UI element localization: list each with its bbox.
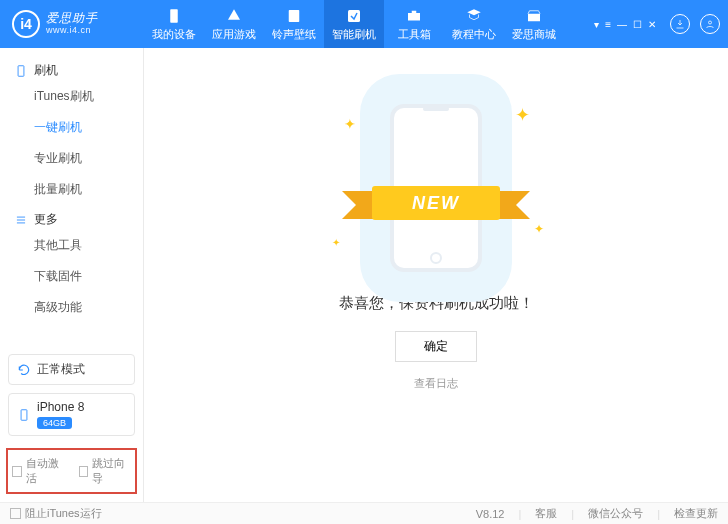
- sidebar-item-batch[interactable]: 批量刷机: [0, 174, 143, 205]
- view-log-link[interactable]: 查看日志: [414, 376, 458, 391]
- svg-rect-4: [412, 10, 417, 12]
- nav-label: 智能刷机: [332, 27, 376, 42]
- ok-button[interactable]: 确定: [395, 331, 477, 362]
- checkbox-label: 自动激活: [26, 456, 65, 486]
- download-button[interactable]: [670, 14, 690, 34]
- group-title: 更多: [34, 211, 58, 228]
- phone-icon: [14, 64, 28, 78]
- menu-icon[interactable]: ≡: [605, 19, 611, 30]
- result-title: 恭喜您，保资料刷机成功啦！: [339, 294, 534, 313]
- star-icon: ✦: [515, 104, 530, 126]
- top-nav: 我的设备 应用游戏 铃声壁纸 智能刷机 工具箱 教程中心 爱思商城: [144, 0, 564, 48]
- nav-tools[interactable]: 工具箱: [384, 0, 444, 48]
- group-title: 刷机: [34, 62, 58, 79]
- top-right-controls: ▾ ≡ — ☐ ✕: [594, 14, 720, 34]
- checkbox-skip-guide[interactable]: 跳过向导: [79, 456, 132, 486]
- sidebar-item-pro[interactable]: 专业刷机: [0, 143, 143, 174]
- star-icon: ✦: [332, 237, 340, 248]
- success-illustration: ✦ ✦ ✦ ✦ NEW: [336, 96, 536, 276]
- tray-icon[interactable]: ▾: [594, 19, 599, 30]
- sidebar-item-itunes[interactable]: iTunes刷机: [0, 81, 143, 112]
- checkbox-label: 阻止iTunes运行: [25, 506, 102, 521]
- update-link[interactable]: 检查更新: [674, 506, 718, 521]
- svg-rect-1: [289, 10, 300, 22]
- brand-site: www.i4.cn: [46, 26, 98, 36]
- sidebar: 刷机 iTunes刷机 一键刷机 专业刷机 批量刷机 更多 其他工具 下载固件 …: [0, 48, 144, 502]
- nav-label: 铃声壁纸: [272, 27, 316, 42]
- app-logo: i4 爱思助手 www.i4.cn: [12, 10, 144, 38]
- device-name: iPhone 8: [37, 400, 84, 414]
- title-bar: i4 爱思助手 www.i4.cn 我的设备 应用游戏 铃声壁纸 智能刷机 工具…: [0, 0, 728, 48]
- phone-graphic: [390, 104, 482, 272]
- checkbox-box: [12, 466, 22, 477]
- logo-icon: i4: [12, 10, 40, 38]
- sidebar-item-fw[interactable]: 下载固件: [0, 261, 143, 292]
- sidebar-item-adv[interactable]: 高级功能: [0, 292, 143, 323]
- nav-tutorial[interactable]: 教程中心: [444, 0, 504, 48]
- device-box[interactable]: iPhone 8 64GB: [8, 393, 135, 436]
- max-icon[interactable]: ☐: [633, 19, 642, 30]
- user-button[interactable]: [700, 14, 720, 34]
- phone-icon: [17, 408, 31, 422]
- star-icon: ✦: [534, 222, 544, 236]
- nav-flash[interactable]: 智能刷机: [324, 0, 384, 48]
- checkbox-auto-activate[interactable]: 自动激活: [12, 456, 65, 486]
- close-icon[interactable]: ✕: [648, 19, 656, 30]
- svg-rect-0: [170, 9, 178, 23]
- svg-rect-6: [18, 65, 24, 76]
- checkbox-box: [10, 508, 21, 519]
- svg-rect-2: [348, 10, 360, 22]
- checkbox-block-itunes[interactable]: 阻止iTunes运行: [10, 506, 102, 521]
- wechat-link[interactable]: 微信公众号: [588, 506, 643, 521]
- mode-label: 正常模式: [37, 361, 85, 378]
- nav-store[interactable]: 爱思商城: [504, 0, 564, 48]
- version-label: V8.12: [476, 508, 505, 520]
- svg-point-5: [709, 21, 712, 24]
- nav-label: 应用游戏: [212, 27, 256, 42]
- nav-ring[interactable]: 铃声壁纸: [264, 0, 324, 48]
- nav-label: 我的设备: [152, 27, 196, 42]
- nav-label: 教程中心: [452, 27, 496, 42]
- nav-device[interactable]: 我的设备: [144, 0, 204, 48]
- device-storage: 64GB: [37, 417, 72, 429]
- window-buttons: ▾ ≡ — ☐ ✕: [594, 19, 656, 30]
- brand-name: 爱思助手: [46, 12, 98, 25]
- status-bar: 阻止iTunes运行 V8.12 | 客服 | 微信公众号 | 检查更新: [0, 502, 728, 524]
- checkbox-label: 跳过向导: [92, 456, 131, 486]
- sidebar-item-onekey[interactable]: 一键刷机: [0, 112, 143, 143]
- option-row-highlight: 自动激活 跳过向导: [6, 448, 137, 494]
- svg-rect-3: [408, 13, 420, 21]
- service-link[interactable]: 客服: [535, 506, 557, 521]
- mode-box[interactable]: 正常模式: [8, 354, 135, 385]
- min-icon[interactable]: —: [617, 19, 627, 30]
- group-more: 更多: [0, 205, 143, 230]
- checkbox-box: [79, 466, 89, 477]
- main-content: ✦ ✦ ✦ ✦ NEW 恭喜您，保资料刷机成功啦！ 确定 查看日志: [144, 48, 728, 502]
- list-icon: [14, 213, 28, 227]
- svg-rect-7: [21, 409, 27, 420]
- sidebar-item-other[interactable]: 其他工具: [0, 230, 143, 261]
- star-icon: ✦: [344, 116, 356, 132]
- nav-label: 爱思商城: [512, 27, 556, 42]
- group-flash: 刷机: [0, 56, 143, 81]
- nav-label: 工具箱: [398, 27, 431, 42]
- refresh-icon: [17, 363, 31, 377]
- nav-apps[interactable]: 应用游戏: [204, 0, 264, 48]
